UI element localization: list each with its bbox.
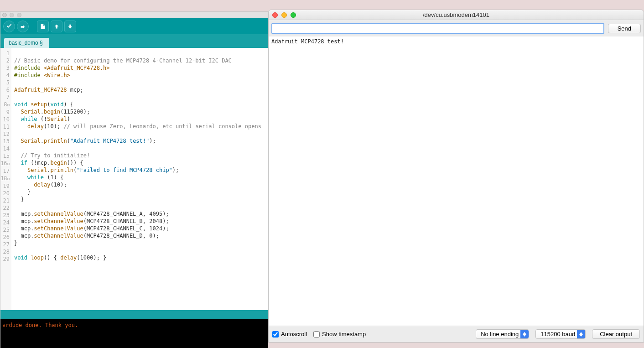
serial-output: Adafruit MCP4728 test!	[269, 36, 644, 326]
timestamp-checkbox[interactable]: Show timestamp	[313, 331, 366, 338]
upload-button[interactable]	[17, 21, 29, 32]
new-button[interactable]	[37, 21, 49, 32]
serial-monitor-window: /dev/cu.usbmodem14101 Send Adafruit MCP4…	[268, 10, 644, 343]
chevron-updown-icon	[520, 330, 529, 338]
monitor-title: /dev/cu.usbmodem14101	[423, 11, 489, 18]
autoscroll-label: Autoscroll	[281, 331, 307, 338]
open-button[interactable]	[51, 21, 62, 32]
line-ending-select[interactable]: No line ending	[476, 329, 529, 339]
save-button[interactable]	[64, 21, 76, 32]
verify-button[interactable]	[3, 21, 15, 32]
baud-rate-select[interactable]: 115200 baud	[535, 329, 586, 339]
ide-titlebar	[0, 12, 268, 18]
code-editor[interactable]: 12345678⊟910111213141516⊟1718⊟1920212223…	[0, 48, 268, 310]
sketch-tab[interactable]: basic_demo §	[4, 38, 49, 48]
arduino-ide-window: basic_demo § 12345678⊟910111213141516⊟17…	[0, 11, 268, 348]
send-button[interactable]: Send	[608, 24, 641, 33]
minimize-icon[interactable]	[10, 13, 14, 17]
timestamp-label: Show timestamp	[322, 331, 366, 338]
monitor-send-row: Send	[269, 20, 644, 36]
ide-tabbar: basic_demo §	[0, 34, 268, 48]
ide-console: vrdude done. Thank you.	[0, 319, 268, 348]
monitor-bottom-bar: Autoscroll Show timestamp No line ending…	[269, 326, 644, 342]
ide-status-strip	[0, 310, 268, 319]
close-icon[interactable]	[2, 13, 7, 17]
code-body[interactable]: // Basic demo for configuring the MCP472…	[11, 48, 268, 310]
autoscroll-checkbox[interactable]: Autoscroll	[272, 331, 307, 338]
serial-input[interactable]	[271, 23, 604, 34]
monitor-titlebar: /dev/cu.usbmodem14101	[269, 10, 644, 20]
ide-toolbar	[0, 18, 268, 34]
line-gutter: 12345678⊟910111213141516⊟1718⊟1920212223…	[0, 48, 11, 310]
maximize-icon[interactable]	[291, 12, 296, 18]
maximize-icon[interactable]	[17, 13, 21, 17]
clear-output-button[interactable]: Clear output	[592, 329, 640, 339]
chevron-updown-icon	[577, 330, 585, 338]
minimize-icon[interactable]	[281, 12, 287, 18]
close-icon[interactable]	[272, 12, 278, 18]
